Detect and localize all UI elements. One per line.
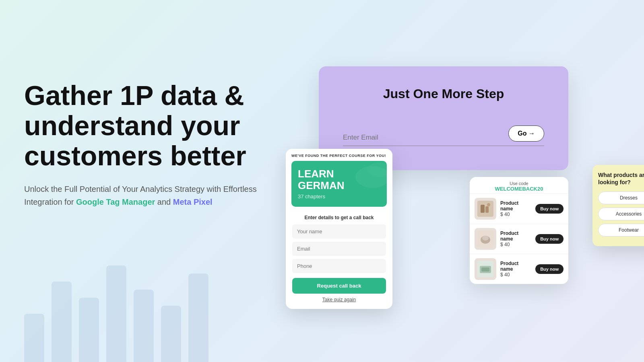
product-name-1: Product name [500,200,531,212]
deco-bar-1 [52,282,72,362]
buy-button-1[interactable]: Buy now [535,204,564,214]
svg-rect-3 [481,205,485,213]
main-heading: Gather 1P data & understand your custome… [24,80,274,171]
deco-bar-4 [134,290,154,362]
product-name-3: Product name [500,261,531,272]
course-found-label: WE'VE FOUND THE PERFECT COURSE FOR YOU! [291,154,387,158]
product-info-1: Product name $ 40 [500,200,531,217]
email-input[interactable] [343,134,500,142]
quiz-card: What products are you looking for? Dress… [592,165,644,246]
product-image-2 [475,228,496,250]
product-card: Use code WELCOMEBACK20 Product name $ 40… [470,177,568,284]
product-image-1 [475,198,496,220]
callback-label: Enter details to get a call back [292,215,386,220]
product-image-3 [475,258,496,280]
promo-code: WELCOMEBACK20 [475,186,563,192]
request-callback-button[interactable]: Request call back [292,278,386,294]
course-card: WE'VE FOUND THE PERFECT COURSE FOR YOU! … [286,149,392,309]
buy-button-3[interactable]: Buy now [535,264,564,274]
product-info-3: Product name $ 40 [500,261,531,278]
course-chapters: 37 chapters [298,193,380,200]
take-quiz-link[interactable]: Take quiz again [292,297,386,302]
quiz-option-dresses[interactable]: Dresses [598,191,644,204]
deco-bar-0 [24,314,44,362]
email-field[interactable] [292,242,386,256]
product-image-icon-3 [477,261,493,277]
product-price-1: $ 40 [500,212,531,217]
promo-bar: Use code WELCOMEBACK20 [470,177,568,193]
quiz-card-title: What products are you looking for? [598,171,644,186]
product-name-2: Product name [500,230,531,242]
left-section: Gather 1P data & understand your custome… [24,80,274,208]
svg-point-5 [487,203,490,206]
decorative-bars [24,265,208,362]
course-title: LEARN GERMAN [298,168,380,191]
svg-point-8 [482,236,489,241]
deco-bar-5 [161,306,181,362]
product-info-2: Product name $ 40 [500,230,531,247]
deco-bar-2 [79,298,99,362]
product-item-1: Product name $ 40 Buy now [470,193,568,224]
use-code-text: Use code [475,181,563,186]
product-item-2: Product name $ 40 Buy now [470,224,568,254]
buy-button-2[interactable]: Buy now [535,234,564,244]
svg-rect-4 [485,206,489,213]
purple-card-title: Just One More Step [343,86,544,101]
go-button[interactable]: Go → [508,125,544,142]
quiz-option-footwear[interactable]: Footwear [598,224,644,237]
course-card-body: Enter details to get a call back Request… [286,209,392,309]
quiz-option-accessories[interactable]: Accessories [598,208,644,220]
sub-text-mid: and [155,197,173,206]
phone-field[interactable] [292,259,386,273]
deco-bar-6 [188,274,208,362]
sub-text: Unlock the Full Potential of Your Analyt… [24,183,274,208]
gtm-link[interactable]: Google Tag Manager [76,197,155,206]
product-item-3: Product name $ 40 Buy now [470,254,568,284]
meta-link[interactable]: Meta Pixel [173,197,213,206]
product-price-3: $ 40 [500,272,531,278]
product-image-icon-2 [477,231,493,247]
product-price-2: $ 40 [500,242,531,247]
deco-bar-3 [106,265,126,362]
svg-rect-11 [481,267,489,272]
course-banner: LEARN GERMAN 37 chapters [291,161,387,207]
course-card-header: WE'VE FOUND THE PERFECT COURSE FOR YOU! … [286,149,392,209]
email-row: Go → [343,125,544,146]
name-input[interactable] [292,224,386,239]
product-image-icon-1 [477,201,493,217]
